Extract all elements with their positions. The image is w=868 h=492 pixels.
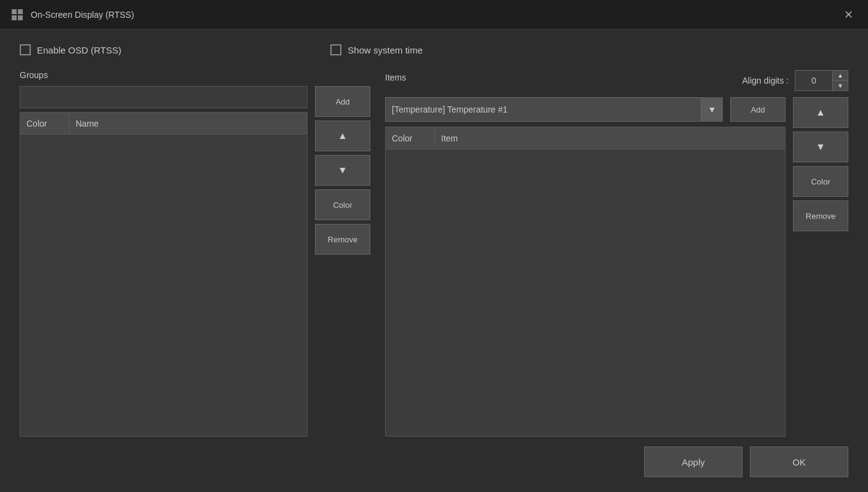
svg-rect-2 xyxy=(12,15,17,20)
show-system-time-checkbox[interactable]: Show system time xyxy=(330,44,423,55)
items-dropdown[interactable]: [Temperature] Temperature #1 xyxy=(385,97,723,122)
items-table-area: [Temperature] Temperature #1 ▼ Add Color… xyxy=(385,97,786,437)
items-color-button[interactable]: Color xyxy=(793,166,848,197)
align-digits-label: Align digits : xyxy=(743,76,789,85)
apply-button[interactable]: Apply xyxy=(644,446,743,477)
items-color-header: Color xyxy=(386,127,435,149)
items-top-row: Items Align digits : ▲ ▼ xyxy=(385,70,848,91)
align-digits-area: Align digits : ▲ ▼ xyxy=(743,70,848,91)
items-dropdown-row: [Temperature] Temperature #1 ▼ Add xyxy=(385,97,786,122)
groups-btn-col: Add ▲ ▼ Color Remove xyxy=(315,86,370,437)
items-up-button[interactable]: ▲ xyxy=(793,97,848,128)
items-add-button[interactable]: Add xyxy=(730,97,786,122)
groups-header: Groups xyxy=(20,70,370,80)
spinner-down-button[interactable]: ▼ xyxy=(833,81,848,90)
groups-text-input[interactable] xyxy=(20,86,308,108)
items-dropdown-wrapper: [Temperature] Temperature #1 ▼ xyxy=(385,97,723,122)
items-header: Items xyxy=(385,73,406,82)
spinner-buttons: ▲ ▼ xyxy=(832,71,848,90)
show-system-time-checkbox-box[interactable] xyxy=(330,44,341,55)
top-row: Enable OSD (RTSS) Show system time xyxy=(20,44,848,55)
groups-table-body xyxy=(20,135,307,436)
title-bar: On-Screen Display (RTSS) ✕ xyxy=(0,0,868,30)
main-content: Enable OSD (RTSS) Show system time Group… xyxy=(0,30,868,492)
enable-osd-checkbox[interactable]: Enable OSD (RTSS) xyxy=(20,44,121,55)
svg-rect-3 xyxy=(18,15,23,20)
items-table-body xyxy=(386,149,785,436)
groups-table: Color Name xyxy=(20,112,308,437)
groups-add-button[interactable]: Add xyxy=(315,86,370,117)
spinner-up-button[interactable]: ▲ xyxy=(833,71,848,81)
window-title: On-Screen Display (RTSS) xyxy=(31,10,838,20)
show-system-time-label: Show system time xyxy=(348,45,423,55)
close-button[interactable]: ✕ xyxy=(838,5,858,25)
enable-osd-label: Enable OSD (RTSS) xyxy=(37,45,121,55)
items-down-button[interactable]: ▼ xyxy=(793,132,848,162)
items-btn-col: ▲ ▼ Color Remove xyxy=(793,97,848,437)
left-column: Groups Color Name Add ▲ ▼ xyxy=(20,70,370,437)
items-table: Color Item xyxy=(385,127,786,437)
groups-list-area: Color Name xyxy=(20,86,308,437)
items-table-header: Color Item xyxy=(386,127,785,149)
groups-color-header: Color xyxy=(20,113,70,134)
align-digits-spinner: ▲ ▼ xyxy=(795,70,848,91)
items-item-header: Item xyxy=(435,127,785,149)
svg-rect-0 xyxy=(12,9,17,14)
groups-up-button[interactable]: ▲ xyxy=(315,121,370,151)
left-inner: Color Name Add ▲ ▼ Color Remove xyxy=(20,86,370,437)
svg-rect-1 xyxy=(18,9,23,14)
right-column: Items Align digits : ▲ ▼ xyxy=(385,70,848,437)
ok-button[interactable]: OK xyxy=(750,446,848,477)
groups-name-header: Name xyxy=(70,113,307,134)
items-remove-button[interactable]: Remove xyxy=(793,200,848,231)
groups-table-header: Color Name xyxy=(20,113,307,135)
groups-color-button[interactable]: Color xyxy=(315,189,370,220)
align-digits-input[interactable] xyxy=(795,71,832,90)
groups-remove-button[interactable]: Remove xyxy=(315,224,370,255)
columns-row: Groups Color Name Add ▲ ▼ xyxy=(20,70,848,437)
enable-osd-checkbox-box[interactable] xyxy=(20,44,31,55)
footer-row: Apply OK xyxy=(20,437,848,477)
app-icon xyxy=(10,7,25,22)
right-inner: [Temperature] Temperature #1 ▼ Add Color… xyxy=(385,97,848,437)
groups-down-button[interactable]: ▼ xyxy=(315,155,370,186)
